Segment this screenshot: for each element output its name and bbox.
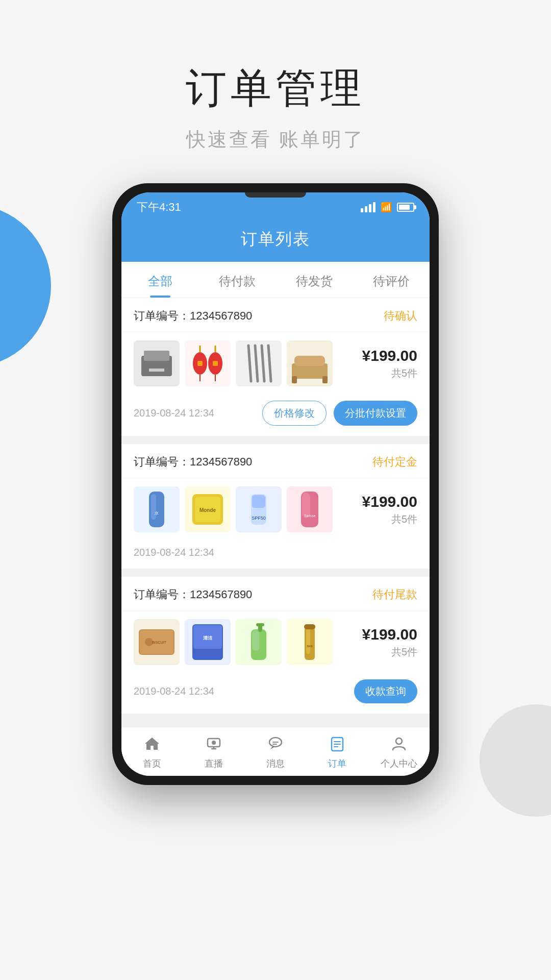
svg-text:BISCUIT: BISCUIT — [152, 641, 166, 644]
tab-all[interactable]: 全部 — [121, 262, 198, 298]
order-number: 订单编号：1234567890 — [134, 308, 252, 324]
order-status: 待付尾款 — [372, 587, 417, 602]
nav-message-label: 消息 — [266, 757, 285, 770]
product-thumb — [287, 340, 333, 386]
product-thumb — [185, 340, 231, 386]
nav-live-label: 直播 — [205, 757, 223, 770]
product-thumb: 清洁 — [185, 619, 231, 665]
phone-frame: 下午4:31 📶 订单列表 — [112, 183, 439, 785]
order-number: 订单编号：1234567890 — [134, 454, 252, 470]
tab-pending-shipment[interactable]: 待发货 — [276, 262, 353, 298]
nav-order-label: 订单 — [328, 757, 346, 770]
order-price-area: ¥199.00 共5件 — [362, 626, 417, 659]
svg-rect-51 — [256, 623, 264, 626]
payment-query-button[interactable]: 收款查询 — [354, 679, 417, 703]
product-thumb: 水 — [134, 486, 180, 532]
tab-pending-review[interactable]: 待评价 — [353, 262, 430, 298]
order-footer: 2019-08-24 12:34 价格修改 分批付款设置 — [121, 395, 430, 436]
product-thumb: SKII — [287, 619, 333, 665]
nav-order[interactable]: 订单 — [306, 727, 368, 776]
product-thumb — [134, 340, 180, 386]
order-price-area: ¥199.00 共5件 — [362, 347, 417, 380]
svg-rect-52 — [252, 630, 259, 651]
order-price: ¥199.00 — [362, 493, 417, 510]
order-status: 待付定金 — [372, 454, 417, 470]
product-thumb — [236, 619, 282, 665]
phone-container: 下午4:31 📶 订单列表 — [0, 183, 551, 785]
tab-pending-payment[interactable]: 待付款 — [198, 262, 276, 298]
order-header: 订单编号：1234567890 待付定金 — [121, 444, 430, 478]
product-thumb: Swisse — [287, 486, 333, 532]
svg-rect-56 — [304, 624, 315, 629]
svg-rect-11 — [197, 361, 203, 366]
order-date: 2019-08-24 12:34 — [134, 407, 214, 419]
order-footer: 2019-08-24 12:34 收款查询 — [121, 673, 430, 714]
order-number: 订单编号：1234567890 — [134, 587, 252, 602]
svg-rect-22 — [322, 376, 328, 383]
product-images — [134, 340, 356, 386]
svg-point-59 — [212, 741, 216, 745]
product-images: 水 Monde — [134, 486, 356, 532]
svg-text:SKII: SKII — [307, 645, 313, 648]
order-price: ¥199.00 — [362, 347, 417, 364]
nav-home[interactable]: 首页 — [121, 727, 183, 776]
svg-rect-20 — [294, 356, 325, 366]
svg-text:SPF50: SPF50 — [252, 516, 266, 521]
order-status: 待确认 — [384, 308, 417, 324]
page-title: 订单管理 — [0, 61, 551, 116]
batch-payment-button[interactable]: 分批付款设置 — [334, 401, 417, 426]
svg-rect-3 — [149, 369, 164, 372]
order-card: 订单编号：1234567890 待付尾款 — [121, 577, 430, 714]
order-products: 水 Monde — [121, 478, 430, 541]
app-title: 订单列表 — [241, 230, 310, 248]
order-products: ¥199.00 共5件 — [121, 332, 430, 395]
order-actions: 价格修改 分批付款设置 — [262, 401, 417, 426]
svg-text:水: 水 — [155, 511, 159, 516]
order-date: 2019-08-24 12:34 — [134, 685, 214, 697]
order-card: 订单编号：1234567890 待确认 — [121, 298, 430, 436]
product-thumb — [236, 340, 282, 386]
order-footer: 2019-08-24 12:34 — [121, 541, 430, 569]
status-icons: 📶 — [361, 202, 414, 213]
nav-profile-label: 个人中心 — [381, 757, 417, 770]
product-images: BISCUIT 清洁 — [134, 619, 356, 665]
order-header: 订单编号：1234567890 待确认 — [121, 298, 430, 332]
phone-notch — [245, 192, 306, 198]
orders-list: 订单编号：1234567890 待确认 — [121, 298, 430, 727]
app-header: 订单列表 — [121, 220, 430, 262]
home-icon — [144, 736, 160, 754]
svg-text:Monde: Monde — [199, 507, 216, 513]
order-price-area: ¥199.00 共5件 — [362, 493, 417, 526]
product-thumb: Monde — [185, 486, 231, 532]
svg-rect-2 — [144, 351, 169, 361]
status-time: 下午4:31 — [137, 200, 181, 215]
tabs-container: 全部 待付款 待发货 待评价 — [121, 262, 430, 298]
product-thumb: BISCUIT — [134, 619, 180, 665]
page-header: 订单管理 快速查看 账单明了 — [0, 0, 551, 183]
svg-rect-25 — [151, 494, 156, 520]
message-icon — [267, 736, 284, 754]
order-count: 共5件 — [362, 645, 417, 659]
order-products: BISCUIT 清洁 — [121, 611, 430, 673]
order-icon — [329, 736, 345, 754]
order-header: 订单编号：1234567890 待付尾款 — [121, 577, 430, 611]
profile-icon — [391, 736, 407, 754]
signal-icon — [361, 202, 375, 212]
product-thumb: SPF50 — [236, 486, 282, 532]
order-count: 共5件 — [362, 512, 417, 526]
svg-rect-21 — [292, 376, 297, 383]
svg-rect-12 — [213, 361, 218, 366]
nav-message[interactable]: 消息 — [245, 727, 307, 776]
svg-text:Swisse: Swisse — [304, 514, 315, 518]
nav-home-label: 首页 — [143, 757, 161, 770]
price-modify-button[interactable]: 价格修改 — [262, 401, 327, 426]
order-actions: 收款查询 — [354, 679, 417, 703]
order-count: 共5件 — [362, 366, 417, 380]
wifi-icon: 📶 — [381, 202, 392, 213]
order-date: 2019-08-24 12:34 — [134, 547, 214, 558]
nav-live[interactable]: 直播 — [183, 727, 245, 776]
nav-profile[interactable]: 个人中心 — [368, 727, 430, 776]
bottom-nav: 首页 直播 — [121, 727, 430, 776]
svg-text:清洁: 清洁 — [203, 635, 213, 641]
order-card: 订单编号：1234567890 待付定金 — [121, 444, 430, 569]
